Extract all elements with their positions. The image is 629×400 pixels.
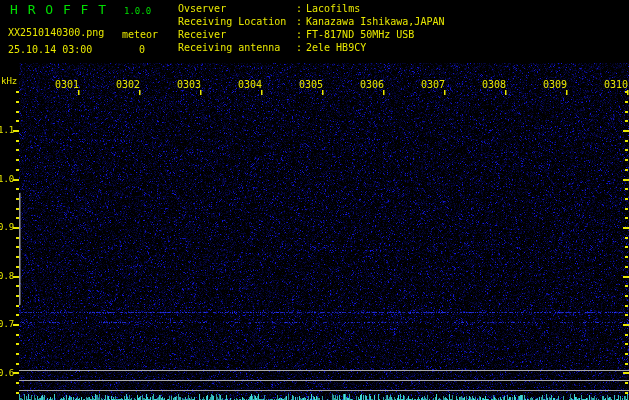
spectrogram-canvas — [0, 0, 629, 400]
freq-tick-label: 1.1 — [0, 125, 14, 135]
colon: : — [296, 3, 302, 14]
freq-tick-label: 1.0 — [0, 174, 14, 184]
time-tick-label: 0303 — [176, 80, 202, 90]
app-title: H R O F F T — [10, 3, 107, 17]
observer-value: Kanazawa Ishikawa,JAPAN — [306, 16, 444, 27]
time-tick-label: 0309 — [542, 80, 568, 90]
time-tick-label: 0302 — [115, 80, 141, 90]
observer-label: Receiving antenna — [178, 42, 280, 53]
time-tick-label: 0301 — [54, 80, 80, 90]
colon: : — [296, 29, 302, 40]
output-filename: XX2510140300.png — [8, 27, 104, 38]
colon: : — [296, 16, 302, 27]
observer-value: FT-817ND 50MHz USB — [306, 29, 414, 40]
app-version: 1.0.0 — [124, 6, 151, 16]
mode-label: meteor — [122, 29, 158, 40]
observer-label: Receiver — [178, 29, 226, 40]
freq-tick-label: 0.8 — [0, 271, 14, 281]
observer-label: Ovserver — [178, 3, 226, 14]
time-tick-label: 0304 — [237, 80, 263, 90]
time-tick-label: 0305 — [298, 80, 324, 90]
freq-tick-label: 0.9 — [0, 222, 14, 232]
freq-tick-label: 0.6 — [0, 368, 14, 378]
time-tick-label: 0307 — [420, 80, 446, 90]
time-tick-label: 0306 — [359, 80, 385, 90]
observer-label: Receiving Location — [178, 16, 286, 27]
time-tick-label: 0308 — [481, 80, 507, 90]
freq-tick-label: 0.7 — [0, 319, 14, 329]
y-axis-unit-label: kHz — [1, 76, 17, 86]
meteor-count: 0 — [139, 44, 145, 55]
timestamp: 25.10.14 03:00 — [8, 44, 92, 55]
observer-value: Lacofilms — [306, 3, 360, 14]
observer-value: 2ele HB9CY — [306, 42, 366, 53]
hrofft-screen: H R O F F T 1.0.0 XX2510140300.png meteo… — [0, 0, 629, 400]
time-tick-label: 0310 — [603, 80, 629, 90]
colon: : — [296, 42, 302, 53]
